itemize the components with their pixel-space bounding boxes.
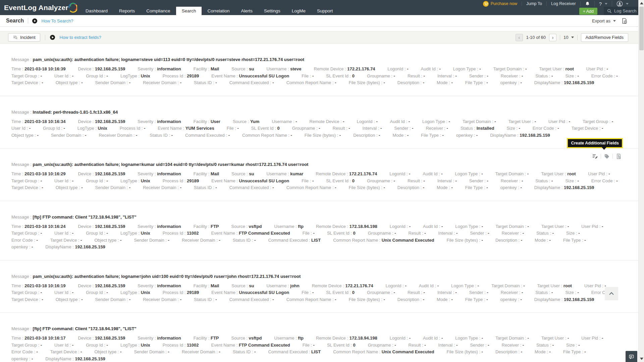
field: Sender : - <box>470 342 489 348</box>
log-fields: Time : 2021-03-18 10:16:19Device : 192.1… <box>11 283 618 303</box>
field: openkey : - <box>456 132 478 138</box>
page-size-dropdown[interactable]: 10 <box>564 35 574 40</box>
field: Sender Domain : - <box>95 185 131 191</box>
field: File Size (bytes) : - <box>305 132 341 138</box>
field: LogType : Unix <box>120 73 150 79</box>
divider <box>28 18 28 23</box>
field: Error Code : - <box>591 178 618 184</box>
field: LogonId : - <box>386 283 407 289</box>
field: Mode : - <box>437 80 453 86</box>
view-log-details-button[interactable] <box>613 154 624 159</box>
tab-settings[interactable]: Settings <box>258 7 286 15</box>
add-remove-fields-button[interactable]: Add/Remove Fields <box>581 33 628 42</box>
field: Source : su <box>231 171 254 177</box>
field: Facility : User <box>194 119 220 125</box>
field: Sender Domain : - <box>134 349 169 355</box>
entry-action-icons <box>589 153 624 160</box>
scrollbar-up-arrow-icon[interactable] <box>640 2 643 4</box>
scrollbar-thumb[interactable] <box>639 7 644 50</box>
tab-reports[interactable]: Reports <box>113 7 141 15</box>
field: Logon Type : - <box>451 283 479 289</box>
field: Groupname : - <box>292 125 320 131</box>
create-additional-fields-button[interactable] <box>589 153 601 159</box>
tab-alerts[interactable]: Alerts <box>235 7 258 15</box>
field: Time : 2021-03-18 10:16:17 <box>11 335 65 341</box>
tab-compliance[interactable]: Compliance <box>141 7 176 15</box>
field: Description : - <box>353 132 380 138</box>
field: Object type : - <box>94 349 121 355</box>
incident-button[interactable]: Incident <box>8 33 40 42</box>
logo-swoosh-icon <box>67 0 77 13</box>
help-menu-button[interactable]: ? <box>594 1 612 7</box>
vertical-scrollbar[interactable] <box>638 0 644 362</box>
field: Receiver : - <box>501 178 523 184</box>
field: File Size (bytes) : - <box>348 185 385 191</box>
field: Process Id : 29189 <box>163 73 199 79</box>
field: File Type : - <box>563 349 586 355</box>
tab-search[interactable]: Search <box>176 7 202 15</box>
field: Status ID : - <box>194 185 217 191</box>
jump-to-link[interactable]: Jump To <box>522 1 546 6</box>
video-play-icon <box>50 35 55 40</box>
export-as-dropdown[interactable]: Export as <box>592 18 616 23</box>
field: Size : - <box>566 342 580 348</box>
utility-bar: Purchase now Jump To Log Receiver ? <box>479 0 633 7</box>
field: File : - <box>302 178 314 184</box>
field: Sender : - <box>394 125 413 131</box>
field: Username : steve <box>266 66 301 72</box>
field: Description : - <box>495 349 522 355</box>
how-to-search-link[interactable]: How To Search? <box>41 18 73 23</box>
pagination-next-button[interactable]: › <box>549 34 556 41</box>
field: Severity : information <box>138 224 181 230</box>
user-menu-button[interactable] <box>612 1 633 7</box>
field: Receiver : - <box>426 125 448 131</box>
field: User Pid : - <box>581 335 603 341</box>
scrollbar-down-arrow-icon[interactable] <box>640 358 643 360</box>
field: Event Name : FTP Command Executed <box>211 342 290 348</box>
field: Audit Id : - <box>423 335 443 341</box>
field: User Pid : - <box>581 224 603 230</box>
tab-logme[interactable]: LogMe <box>286 7 311 15</box>
field: Common Report Name : Unix Command Execut… <box>333 349 434 355</box>
field: Result : - <box>333 125 350 131</box>
log-receiver-link[interactable]: Log Receiver <box>546 1 580 6</box>
field: Group Id : - <box>86 73 108 79</box>
field: Groupname : - <box>367 73 395 79</box>
field: Username : kumar <box>266 171 303 177</box>
field: Event Name : YUM Services <box>158 125 214 131</box>
chat-feedback-button[interactable] <box>626 351 637 362</box>
search-icon <box>607 9 612 13</box>
field: Target Group : - <box>11 73 42 79</box>
tab-support[interactable]: Support <box>311 7 338 15</box>
tab-dashboard[interactable]: Dashboard <box>80 7 113 15</box>
tag-button[interactable] <box>601 154 612 159</box>
tab-correlation[interactable]: Correlation <box>202 7 235 15</box>
field: Status : - <box>535 73 553 79</box>
field: File : - <box>302 290 314 296</box>
field: Logon Type : - <box>453 66 481 72</box>
field: Receiver : - <box>502 342 524 348</box>
field: Command Executed : - <box>229 297 274 303</box>
scroll-to-top-button[interactable] <box>605 287 618 300</box>
field: Event Name : FTP Command Executed <box>211 230 290 236</box>
field: Receiver : - <box>501 73 523 79</box>
field: Status ID : - <box>194 297 217 303</box>
schedule-report-icon[interactable] <box>621 18 628 24</box>
field: Group Id : - <box>86 290 108 296</box>
field: Logon Type : - <box>455 335 483 341</box>
notifications-button[interactable] <box>580 1 594 6</box>
purchase-now-link[interactable]: Purchase now <box>479 1 522 7</box>
field: Username : - <box>272 119 297 125</box>
field: SL Event Id : 0 <box>251 125 280 131</box>
add-button[interactable]: + Add <box>579 8 597 15</box>
field: Target Device : - <box>50 349 82 355</box>
field: Target Domain : - <box>495 335 529 341</box>
field: User Pid : - <box>548 119 570 125</box>
field: LogType : Unix <box>120 230 150 236</box>
field: Facility : Mail <box>194 66 219 72</box>
video-play-icon <box>32 18 37 23</box>
how-to-extract-fields-link[interactable]: How to extract fields? <box>60 35 101 40</box>
pagination-prev-button[interactable]: ‹ <box>516 34 523 41</box>
field: Command Executed : - <box>229 185 274 191</box>
log-search-box[interactable]: Log Search <box>604 7 638 15</box>
